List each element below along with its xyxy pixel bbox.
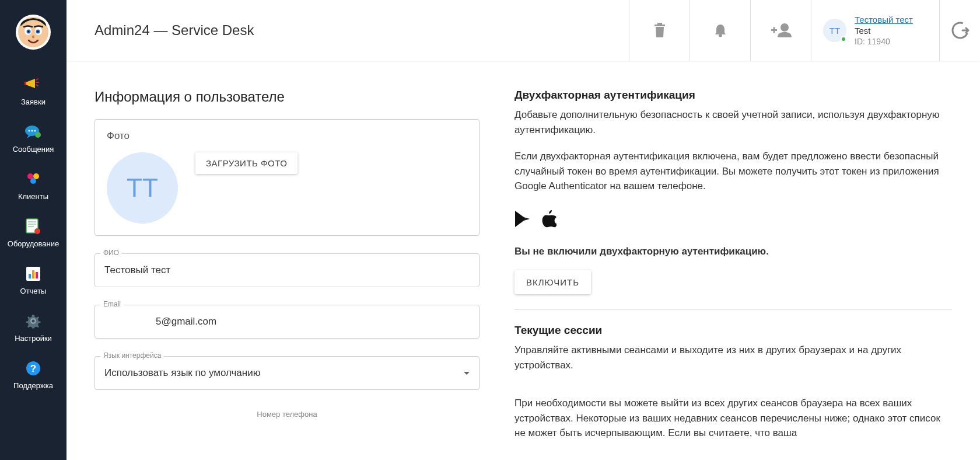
user-id: ID: 11940 [855, 37, 913, 46]
svg-point-16 [30, 178, 36, 184]
megaphone-icon [24, 75, 43, 94]
svg-rect-25 [36, 272, 38, 278]
chat-icon [24, 123, 43, 141]
svg-rect-35 [773, 27, 775, 33]
sidebar-item-reports[interactable]: Отчеты [0, 256, 66, 304]
sidebar-item-equipment[interactable]: Оборудование [0, 209, 66, 256]
add-user-button[interactable] [750, 0, 811, 61]
sidebar-item-label: Поддержка [13, 381, 53, 390]
svg-rect-24 [32, 270, 34, 278]
sidebar: Заявки Сообщения Клиенты [0, 0, 66, 460]
topbar: Admin24 — Service Desk [66, 0, 980, 61]
svg-rect-23 [29, 274, 31, 278]
sidebar-item-label: Клиенты [18, 192, 48, 201]
sessions-desc1: Управляйте активными сеансами и выходите… [514, 343, 952, 372]
svg-rect-20 [28, 226, 34, 227]
svg-point-7 [32, 36, 34, 39]
photo-label: Фото [107, 130, 467, 142]
profile-avatar-initials: ТТ [127, 173, 158, 203]
svg-rect-18 [28, 221, 36, 222]
enable-twofa-button[interactable]: ВКЛЮЧИТЬ [514, 270, 591, 294]
svg-point-5 [28, 31, 30, 33]
upload-photo-button[interactable]: ЗАГРУЗИТЬ ФОТО [195, 152, 298, 174]
profile-section-title: Информация о пользователе [94, 89, 480, 105]
svg-point-27 [32, 320, 35, 323]
email-input[interactable] [94, 305, 480, 339]
sidebar-item-label: Оборудование [8, 239, 59, 248]
photo-card: Фото ТТ ЗАГРУЗИТЬ ФОТО [94, 119, 480, 236]
chevron-down-icon [464, 372, 470, 375]
svg-point-13 [35, 132, 41, 138]
notifications-button[interactable] [690, 0, 750, 61]
lang-select[interactable]: Использовать язык по умолчанию [94, 356, 480, 390]
fio-label: ФИО [100, 249, 122, 257]
svg-rect-19 [28, 224, 36, 225]
svg-rect-30 [654, 25, 665, 26]
logout-button[interactable] [939, 0, 980, 61]
add-user-icon [769, 22, 793, 39]
sessions-title: Текущие сессии [514, 324, 952, 337]
twofa-desc2: Если двухфакторная аутентификация включе… [514, 149, 952, 194]
app-logo[interactable] [16, 15, 51, 50]
sidebar-item-label: Настройки [15, 334, 52, 343]
trash-icon [653, 22, 667, 39]
fio-input[interactable] [94, 253, 480, 287]
user-avatar-initials: ТТ [830, 26, 840, 36]
sidebar-item-clients[interactable]: Клиенты [0, 162, 66, 209]
svg-point-33 [780, 23, 789, 32]
topbar-actions: ТТ Тестовый тест Test ID: 11940 [629, 0, 980, 61]
svg-point-6 [37, 31, 39, 33]
svg-point-11 [32, 130, 33, 132]
online-indicator [841, 36, 846, 42]
sidebar-item-support[interactable]: ? Поддержка [0, 351, 66, 398]
help-icon: ? [24, 359, 43, 378]
lang-value: Использовать язык по умолчанию [104, 367, 260, 379]
svg-rect-31 [657, 23, 662, 25]
sidebar-item-label: Сообщения [13, 145, 54, 154]
checklist-icon [24, 217, 43, 236]
phone-label: Номер телефона [94, 410, 480, 419]
svg-text:?: ? [30, 363, 36, 374]
sidebar-item-label: Заявки [21, 97, 46, 106]
twofa-desc1: Добавьте дополнительную безопасность к с… [514, 107, 952, 137]
bell-icon [713, 22, 727, 39]
lang-label: Язык интерфейса [100, 351, 164, 360]
logout-icon [951, 21, 970, 40]
gear-icon [24, 312, 43, 330]
apple-icon[interactable] [541, 210, 556, 228]
svg-point-10 [29, 130, 30, 132]
profile-column: Информация о пользователе Фото ТТ ЗАГРУЗ… [94, 89, 480, 460]
google-play-icon[interactable] [514, 210, 531, 228]
user-avatar: ТТ [823, 19, 846, 42]
profile-avatar: ТТ [107, 152, 178, 224]
svg-point-32 [719, 34, 722, 37]
user-company: Test [855, 26, 913, 36]
sessions-desc2: При необходимости вы можете выйти из все… [514, 396, 952, 441]
sidebar-item-tickets[interactable]: Заявки [0, 67, 66, 114]
twofa-status: Вы не включили двухфакторную аутентифика… [514, 244, 952, 259]
sidebar-item-messages[interactable]: Сообщения [0, 114, 66, 162]
user-info: Тестовый тест Test ID: 11940 [855, 15, 913, 46]
security-column: Двухфакторная аутентификация Добавьте до… [514, 89, 952, 460]
svg-point-21 [34, 228, 40, 234]
chart-icon [24, 264, 43, 283]
content: Информация о пользователе Фото ТТ ЗАГРУЗ… [66, 61, 980, 460]
twofa-title: Двухфакторная аутентификация [514, 89, 952, 102]
trash-button[interactable] [629, 0, 690, 61]
fio-field-wrap: ФИО [94, 253, 480, 287]
divider [514, 309, 952, 310]
user-name-link[interactable]: Тестовый тест [855, 15, 913, 25]
lang-field-wrap: Язык интерфейса Использовать язык по умо… [94, 356, 480, 390]
logo-face-icon [17, 16, 50, 48]
email-label: Email [100, 300, 124, 308]
page-title: Admin24 — Service Desk [94, 22, 629, 39]
people-icon [24, 170, 43, 189]
sidebar-item-settings[interactable]: Настройки [0, 304, 66, 351]
svg-rect-8 [24, 82, 26, 85]
sidebar-item-label: Отчеты [20, 287, 47, 295]
svg-point-12 [34, 130, 36, 132]
store-icons [514, 210, 952, 228]
email-field-wrap: Email [94, 305, 480, 339]
topbar-user[interactable]: ТТ Тестовый тест Test ID: 11940 [811, 0, 939, 61]
main: Admin24 — Service Desk [66, 0, 980, 460]
